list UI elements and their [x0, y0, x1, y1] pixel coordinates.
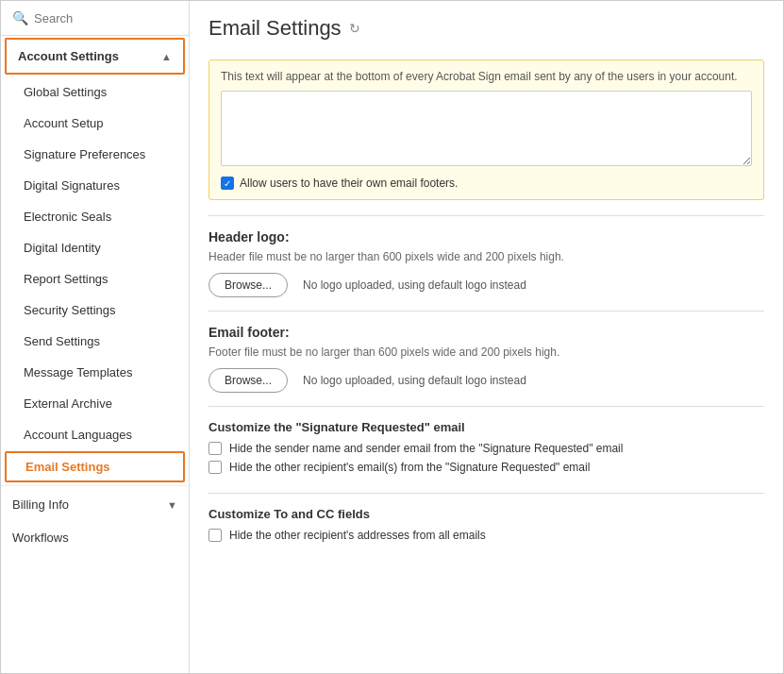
- email-footer-title: Email footer:: [209, 325, 764, 340]
- header-logo-section: Header logo: Header file must be no larg…: [209, 215, 764, 311]
- hide-sender-checkbox[interactable]: [209, 442, 222, 455]
- customize-cc-section: Customize To and CC fields Hide the othe…: [209, 493, 764, 561]
- info-box: This text will appear at the bottom of e…: [209, 59, 764, 200]
- search-input[interactable]: [34, 11, 177, 25]
- nav-account-settings-parent[interactable]: Account Settings ▲: [5, 38, 185, 75]
- header-logo-title: Header logo:: [209, 229, 764, 244]
- sidebar-item-digital-signatures[interactable]: Digital Signatures: [1, 170, 189, 201]
- header-logo-status: No logo uploaded, using default logo ins…: [303, 278, 526, 292]
- workflows-label: Workflows: [12, 531, 69, 545]
- header-logo-browse-button[interactable]: Browse...: [209, 273, 288, 297]
- page-header: Email Settings ↻: [209, 16, 764, 44]
- hide-addresses-row: Hide the other recipient's addresses fro…: [209, 529, 764, 542]
- refresh-icon[interactable]: ↻: [349, 21, 360, 36]
- chevron-down-icon: ▼: [167, 499, 177, 511]
- email-footer-browse-button[interactable]: Browse...: [209, 368, 288, 393]
- email-footer-browse-row: Browse... No logo uploaded, using defaul…: [209, 368, 764, 393]
- sidebar-item-report-settings[interactable]: Report Settings: [1, 263, 189, 295]
- email-footer-desc: Footer file must be no larger than 600 p…: [209, 345, 764, 359]
- hide-other-recipient-row: Hide the other recipient's email(s) from…: [209, 461, 764, 474]
- sidebar-item-message-templates[interactable]: Message Templates: [1, 357, 189, 388]
- sidebar-item-security-settings[interactable]: Security Settings: [1, 295, 189, 326]
- nav-account-settings-section: Account Settings ▲ Global Settings Accou…: [1, 36, 189, 483]
- sidebar-divider: [1, 485, 189, 486]
- nav-workflows[interactable]: Workflows: [1, 521, 189, 554]
- sidebar-item-email-settings[interactable]: Email Settings: [5, 451, 185, 482]
- main-content: Email Settings ↻ This text will appear a…: [190, 1, 783, 673]
- header-logo-desc: Header file must be no larger than 600 p…: [209, 250, 764, 263]
- billing-info-label: Billing Info: [12, 497, 69, 512]
- sidebar-item-digital-identity[interactable]: Digital Identity: [1, 232, 189, 263]
- customize-signature-title: Customize the "Signature Requested" emai…: [209, 420, 764, 434]
- sidebar-item-signature-preferences[interactable]: Signature Preferences: [1, 139, 189, 170]
- hide-addresses-checkbox[interactable]: [209, 529, 222, 542]
- search-icon: 🔍: [12, 10, 28, 25]
- nav-billing-info[interactable]: Billing Info ▼: [1, 488, 189, 521]
- search-box: 🔍: [1, 1, 189, 36]
- sidebar-item-send-settings[interactable]: Send Settings: [1, 326, 189, 357]
- allow-own-footers-checkbox[interactable]: ✓: [221, 177, 234, 190]
- header-logo-browse-row: Browse... No logo uploaded, using defaul…: [209, 273, 764, 297]
- hide-other-recipient-checkbox[interactable]: [209, 461, 222, 474]
- email-footer-textarea[interactable]: [221, 91, 752, 166]
- info-box-description: This text will appear at the bottom of e…: [221, 70, 752, 83]
- sidebar-item-account-languages[interactable]: Account Languages: [1, 419, 189, 450]
- hide-sender-label: Hide the sender name and sender email fr…: [229, 442, 623, 455]
- page-title: Email Settings: [209, 16, 342, 41]
- customize-cc-title: Customize To and CC fields: [209, 507, 764, 521]
- email-footer-section: Email footer: Footer file must be no lar…: [209, 311, 764, 406]
- app-container: 🔍 Account Settings ▲ Global Settings Acc…: [0, 0, 784, 674]
- nav-account-settings-children: Global Settings Account Setup Signature …: [1, 76, 189, 482]
- sidebar-item-account-setup[interactable]: Account Setup: [1, 108, 189, 139]
- hide-other-recipient-label: Hide the other recipient's email(s) from…: [229, 461, 590, 474]
- sidebar-item-external-archive[interactable]: External Archive: [1, 388, 189, 419]
- chevron-up-icon: ▲: [161, 51, 172, 62]
- hide-sender-row: Hide the sender name and sender email fr…: [209, 442, 764, 455]
- sidebar-item-global-settings[interactable]: Global Settings: [1, 76, 189, 108]
- allow-own-footers-row: ✓ Allow users to have their own email fo…: [221, 177, 752, 190]
- email-footer-status: No logo uploaded, using default logo ins…: [303, 374, 526, 387]
- hide-addresses-label: Hide the other recipient's addresses fro…: [229, 529, 486, 542]
- nav-account-settings-label: Account Settings: [18, 49, 119, 63]
- sidebar-item-electronic-seals[interactable]: Electronic Seals: [1, 201, 189, 232]
- customize-signature-section: Customize the "Signature Requested" emai…: [209, 406, 764, 493]
- sidebar: 🔍 Account Settings ▲ Global Settings Acc…: [1, 1, 190, 673]
- allow-own-footers-label: Allow users to have their own email foot…: [240, 177, 458, 190]
